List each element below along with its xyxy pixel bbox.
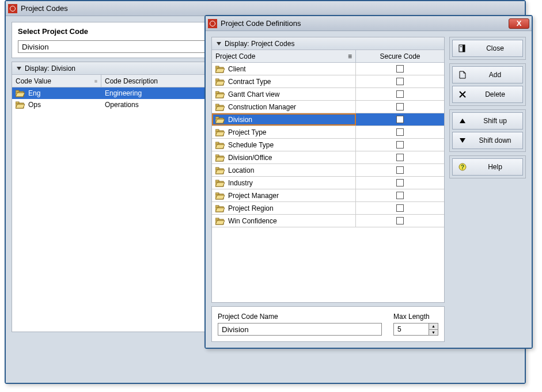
secure-code-checkbox[interactable] [396,141,404,149]
definitions-titlebar[interactable]: Project Code Definitions X [206,16,532,31]
triangle-down-icon [457,138,468,143]
secure-code-column[interactable]: Secure Code [356,50,444,62]
help-icon: ? [457,163,468,171]
project-code-text: Client [228,65,246,73]
project-code-name-label: Project Code Name [218,313,382,321]
close-window-button[interactable]: X [509,18,529,29]
project-code-text: Gantt Chart view [228,90,279,98]
secure-code-checkbox[interactable] [396,103,404,111]
secure-code-cell [356,63,444,75]
secure-code-checkbox[interactable] [396,217,404,224]
project-code-cell: Division [212,113,356,125]
delete-button[interactable]: Delete [452,86,523,103]
project-code-cell: Client [212,63,356,75]
table-row[interactable]: Location [212,164,444,177]
secure-code-checkbox[interactable] [396,154,404,161]
table-row[interactable]: Client [212,63,444,75]
edit-button-group: Add Delete [449,63,526,106]
secure-code-checkbox[interactable] [396,204,404,212]
project-code-cell: Schedule Type [212,139,356,151]
code-value-cell: Ops [12,100,101,110]
help-button-group: ? Help [449,155,526,178]
project-code-cell: Win Confidence [212,215,356,227]
secure-code-cell [356,151,444,163]
project-code-text: Location [228,166,254,174]
folder-icon [215,167,225,174]
project-code-name-input[interactable] [218,323,382,336]
project-code-text: Project Region [228,204,274,212]
oracle-icon [208,19,217,28]
project-code-text: Division [228,116,252,124]
sort-icon: ≡ [348,52,352,60]
folder-icon [215,66,225,73]
table-row[interactable]: Contract Type [212,75,444,88]
secure-code-checkbox[interactable] [396,116,404,123]
project-code-text: Division/Office [228,154,272,162]
spinner-up-button[interactable]: ▲ [429,324,438,330]
spinner-down-button[interactable]: ▼ [429,330,438,336]
shift-up-button[interactable]: Shift up [452,112,523,130]
table-row[interactable]: Project Manager [212,189,444,202]
sort-icon: ≡ [94,78,97,84]
folder-icon [215,91,225,98]
table-row[interactable]: Project Region [212,202,444,215]
table-row[interactable]: Division/Office [212,151,444,164]
secure-code-cell [356,202,444,214]
secure-code-checkbox[interactable] [396,128,404,136]
project-codes-titlebar[interactable]: Project Codes [6,1,525,16]
new-page-icon [457,71,468,79]
table-row[interactable]: Division [212,113,444,126]
secure-code-checkbox[interactable] [396,90,404,98]
project-code-cell: Location [212,164,356,176]
table-row[interactable]: Project Type [212,126,444,139]
secure-code-checkbox[interactable] [396,78,404,85]
folder-icon [215,180,225,187]
chevron-down-icon [217,42,221,45]
secure-code-cell [356,139,444,151]
chevron-down-icon [17,67,21,70]
table-row[interactable]: Industry [212,177,444,189]
triangle-up-icon [457,118,468,124]
folder-icon [215,129,225,136]
folder-icon [16,101,25,108]
code-value-column[interactable]: Code Value ≡ [12,75,101,87]
svg-text:?: ? [461,164,464,170]
add-button[interactable]: Add [452,66,523,83]
secure-code-cell [356,88,444,100]
shift-down-button[interactable]: Shift down [452,132,523,149]
project-code-text: Project Type [228,128,266,136]
secure-code-cell [356,126,444,138]
max-length-input[interactable] [394,324,429,335]
secure-code-cell [356,75,444,87]
folder-icon [215,154,225,161]
project-codes-grid: Display: Project Codes Project Code ≡ Se… [211,37,445,303]
table-row[interactable]: Construction Manager [212,101,444,113]
project-code-cell: Gantt Chart view [212,88,356,100]
max-length-spinner[interactable]: ▲ ▼ [393,323,438,336]
project-code-text: Contract Type [228,78,271,86]
secure-code-checkbox[interactable] [396,166,404,174]
table-row[interactable]: Schedule Type [212,139,444,151]
secure-code-checkbox[interactable] [396,192,404,199]
table-row[interactable]: Win Confidence [212,215,444,227]
svg-marker-9 [460,138,465,143]
project-code-cell: Division/Office [212,151,356,163]
secure-code-cell [356,177,444,189]
project-code-column[interactable]: Project Code ≡ [212,50,356,62]
folder-icon [215,104,225,111]
delete-x-icon [457,91,468,98]
secure-code-checkbox[interactable] [396,65,404,73]
project-code-cell: Project Type [212,126,356,138]
project-code-cell: Project Manager [212,189,356,201]
display-project-codes-bar[interactable]: Display: Project Codes [212,37,444,50]
oracle-icon [8,4,17,13]
secure-code-cell [356,164,444,176]
close-button[interactable]: Close [452,40,523,57]
table-row[interactable]: Gantt Chart view [212,88,444,101]
project-code-text: Project Manager [228,192,279,200]
folder-icon [215,218,225,224]
help-button[interactable]: ? Help [452,158,523,176]
secure-code-checkbox[interactable] [396,179,404,187]
svg-rect-4 [463,45,465,52]
folder-icon [215,116,225,123]
